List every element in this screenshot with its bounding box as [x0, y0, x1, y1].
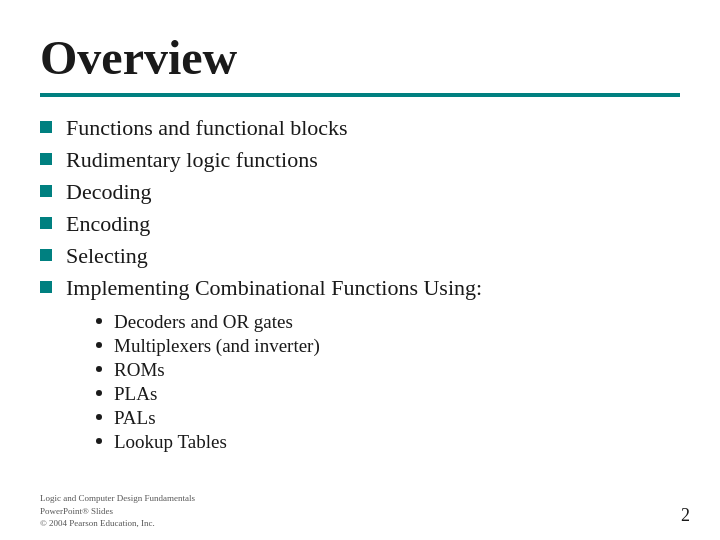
- sub-bullet-text: Decoders and OR gates: [114, 311, 293, 333]
- bullet-text: Implementing Combinational Functions Usi…: [66, 275, 482, 301]
- sub-bullet-list: Decoders and OR gates Multiplexers (and …: [96, 311, 680, 453]
- sub-bullet-text: PALs: [114, 407, 156, 429]
- list-item: Implementing Combinational Functions Usi…: [40, 275, 680, 301]
- slide-title: Overview: [40, 30, 680, 85]
- bullet-square-icon: [40, 281, 52, 293]
- bullet-square-icon: [40, 217, 52, 229]
- bullet-square-icon: [40, 249, 52, 261]
- page-number: 2: [681, 505, 690, 526]
- bullet-text: Functions and functional blocks: [66, 115, 348, 141]
- list-item: Lookup Tables: [96, 431, 680, 453]
- list-item: Rudimentary logic functions: [40, 147, 680, 173]
- sub-bullet-text: PLAs: [114, 383, 157, 405]
- list-item: ROMs: [96, 359, 680, 381]
- bullet-dot-icon: [96, 366, 102, 372]
- list-item: PALs: [96, 407, 680, 429]
- sub-bullet-text: Lookup Tables: [114, 431, 227, 453]
- bullet-dot-icon: [96, 318, 102, 324]
- main-bullet-list: Functions and functional blocks Rudiment…: [40, 115, 680, 301]
- bullet-dot-icon: [96, 342, 102, 348]
- list-item: Selecting: [40, 243, 680, 269]
- footer-line3: © 2004 Pearson Education, Inc.: [40, 517, 195, 530]
- bullet-dot-icon: [96, 414, 102, 420]
- bullet-dot-icon: [96, 390, 102, 396]
- list-item: Decoders and OR gates: [96, 311, 680, 333]
- bullet-square-icon: [40, 185, 52, 197]
- list-item: Multiplexers (and inverter): [96, 335, 680, 357]
- bullet-square-icon: [40, 121, 52, 133]
- sub-bullet-text: Multiplexers (and inverter): [114, 335, 320, 357]
- footer-line1: Logic and Computer Design Fundamentals: [40, 492, 195, 505]
- bullet-text: Decoding: [66, 179, 152, 205]
- bullet-text: Encoding: [66, 211, 150, 237]
- list-item: Decoding: [40, 179, 680, 205]
- bullet-dot-icon: [96, 438, 102, 444]
- bullet-square-icon: [40, 153, 52, 165]
- list-item: PLAs: [96, 383, 680, 405]
- sub-bullet-text: ROMs: [114, 359, 165, 381]
- slide: Overview Functions and functional blocks…: [0, 0, 720, 540]
- title-underline: [40, 93, 680, 97]
- list-item: Encoding: [40, 211, 680, 237]
- bullet-text: Rudimentary logic functions: [66, 147, 318, 173]
- list-item: Functions and functional blocks: [40, 115, 680, 141]
- footer: Logic and Computer Design Fundamentals P…: [40, 492, 195, 530]
- footer-line2: PowerPoint® Slides: [40, 505, 195, 518]
- bullet-text: Selecting: [66, 243, 148, 269]
